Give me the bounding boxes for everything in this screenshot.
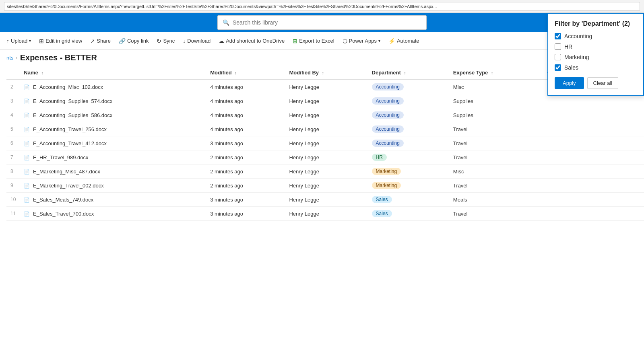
modified-sort-icon: ↕ — [235, 71, 237, 75]
expense-type-cell: Misc — [449, 80, 542, 94]
col-header-department[interactable]: Department ↕ — [368, 66, 449, 80]
modified-cell: 4 minutes ago — [206, 80, 285, 94]
expense-type-cell: Travel — [449, 150, 542, 165]
download-icon: ↓ — [183, 38, 186, 44]
file-icon: 📄 — [24, 84, 30, 90]
export-excel-button[interactable]: ⊞ Export to Excel — [289, 36, 337, 46]
filter-checkbox-accounting[interactable] — [555, 33, 561, 39]
file-name-cell: 📄 E_Marketing_Travel_002.docx — [20, 179, 206, 193]
table-container: Name ↕ Modified ↕ Modified By ↕ Departme… — [0, 66, 644, 360]
file-icon: 📄 — [24, 127, 30, 132]
department-badge: HR — [372, 154, 387, 161]
breadcrumb-current: Expenses - BETTER — [20, 53, 97, 62]
file-name: E_HR_Travel_989.docx — [33, 154, 89, 160]
row-num: 2 — [6, 80, 20, 94]
table-row[interactable]: 10 📄 E_Sales_Meals_749.docx 3 minutes ag… — [6, 193, 644, 207]
modified-cell: 4 minutes ago — [206, 108, 285, 122]
row-num: 9 — [6, 179, 20, 193]
row-num: 6 — [6, 136, 20, 150]
modified-cell: 3 minutes ago — [206, 136, 285, 150]
table-row[interactable]: 5 📄 E_Accounting_Travel_256.docx 4 minut… — [6, 122, 644, 136]
link-icon: 🔗 — [119, 38, 126, 44]
filter-label-hr: HR — [564, 43, 572, 50]
file-name-cell: 📄 E_HR_Travel_989.docx — [20, 150, 206, 165]
onedrive-icon: ☁ — [219, 38, 224, 44]
expense-type-cell: Supplies — [449, 108, 542, 122]
modified-cell: 3 minutes ago — [206, 207, 285, 221]
upload-icon: ↑ — [6, 38, 9, 44]
row-num: 4 — [6, 108, 20, 122]
row-num: 7 — [6, 150, 20, 165]
modified-by-cell: Henry Legge — [285, 165, 367, 179]
col-header-modified[interactable]: Modified ↕ — [206, 66, 285, 80]
department-sort-icon: ↕ — [404, 71, 406, 75]
department-badge: Accounting — [372, 97, 404, 105]
department-badge: Marketing — [372, 168, 401, 175]
filter-panel: Filter by 'Department' (2) Accounting HR… — [547, 13, 644, 96]
table-row[interactable]: 6 📄 E_Accounting_Travel_412.docx 3 minut… — [6, 136, 644, 150]
filter-item-sales[interactable]: Sales — [555, 64, 637, 71]
table-row[interactable]: 8 📄 E_Marketing_Misc_487.docx 2 minutes … — [6, 165, 644, 179]
table-row[interactable]: 7 📄 E_HR_Travel_989.docx 2 minutes ago H… — [6, 150, 644, 165]
modified-by-cell: Henry Legge — [285, 108, 367, 122]
power-apps-button[interactable]: ⬡ Power Apps ▾ — [339, 36, 384, 46]
upload-button[interactable]: ↑ Upload ▾ — [3, 36, 34, 46]
modified-by-cell: Henry Legge — [285, 94, 367, 108]
edit-grid-button[interactable]: ⊞ Edit in grid view — [36, 36, 85, 46]
file-name: E_Sales_Travel_700.docx — [33, 211, 94, 217]
department-badge: Accounting — [372, 111, 404, 119]
modified-by-cell: Henry Legge — [285, 207, 367, 221]
filter-checkbox-sales[interactable] — [555, 64, 561, 71]
file-name: E_Sales_Meals_749.docx — [33, 197, 93, 203]
share-icon: ↗ — [90, 38, 95, 44]
address-bar[interactable]: sites/testSite/Shared%20Documents/Forms/… — [4, 2, 640, 11]
filter-label-sales: Sales — [564, 64, 578, 71]
table-row[interactable]: 11 📄 E_Sales_Travel_700.docx 3 minutes a… — [6, 207, 644, 221]
filter-actions: Apply Clear all — [555, 77, 637, 89]
file-name-cell: 📄 E_Accounting_Travel_256.docx — [20, 122, 206, 136]
modified-cell: 2 minutes ago — [206, 165, 285, 179]
file-name-cell: 📄 E_Accounting_Supplies_574.docx — [20, 94, 206, 108]
modified-by-cell: Henry Legge — [285, 193, 367, 207]
row-num-header — [6, 66, 20, 80]
file-name: E_Accounting_Travel_412.docx — [33, 140, 107, 146]
excel-icon: ⊞ — [293, 38, 297, 44]
modified-cell: 2 minutes ago — [206, 179, 285, 193]
file-name-cell: 📄 E_Sales_Meals_749.docx — [20, 193, 206, 207]
filter-checkbox-hr[interactable] — [555, 43, 561, 50]
table-row[interactable]: 4 📄 E_Accounting_Supplies_586.docx 4 min… — [6, 108, 644, 122]
filter-item-marketing[interactable]: Marketing — [555, 54, 637, 60]
breadcrumb-parent[interactable]: nts — [6, 55, 13, 61]
search-input[interactable] — [233, 19, 421, 26]
filter-label-marketing: Marketing — [564, 54, 589, 60]
automate-button[interactable]: ⚡ Automate — [385, 36, 423, 46]
download-button[interactable]: ↓ Download — [180, 36, 214, 46]
modified-by-cell: Henry Legge — [285, 150, 367, 165]
modified-cell: 4 minutes ago — [206, 94, 285, 108]
power-apps-icon: ⬡ — [343, 38, 347, 44]
clear-all-button[interactable]: Clear all — [587, 77, 619, 89]
col-header-name[interactable]: Name ↕ — [20, 66, 206, 80]
add-column-cell — [542, 165, 644, 179]
sync-button[interactable]: ↻ Sync — [153, 36, 178, 46]
table-row[interactable]: 9 📄 E_Marketing_Travel_002.docx 2 minute… — [6, 179, 644, 193]
share-button[interactable]: ↗ Share — [87, 36, 114, 46]
file-icon: 📄 — [24, 169, 30, 175]
department-cell: Marketing — [368, 179, 449, 193]
copy-link-button[interactable]: 🔗 Copy link — [116, 36, 152, 46]
apply-button[interactable]: Apply — [555, 77, 584, 89]
expense-type-cell: Travel — [449, 207, 542, 221]
row-num: 11 — [6, 207, 20, 221]
add-shortcut-button[interactable]: ☁ Add shortcut to OneDrive — [215, 36, 288, 46]
file-name-cell: 📄 E_Accounting_Travel_412.docx — [20, 136, 206, 150]
col-header-expense-type[interactable]: Expense Type ↕ — [449, 66, 542, 80]
department-cell: Sales — [368, 207, 449, 221]
filter-title: Filter by 'Department' (2) — [555, 20, 637, 27]
file-icon: 📄 — [24, 183, 30, 189]
expense-type-cell: Travel — [449, 122, 542, 136]
filter-checkbox-marketing[interactable] — [555, 54, 561, 60]
filter-item-hr[interactable]: HR — [555, 43, 637, 50]
filter-item-accounting[interactable]: Accounting — [555, 33, 637, 39]
col-header-modified-by[interactable]: Modified By ↕ — [285, 66, 367, 80]
search-box[interactable]: 🔍 — [217, 15, 427, 30]
